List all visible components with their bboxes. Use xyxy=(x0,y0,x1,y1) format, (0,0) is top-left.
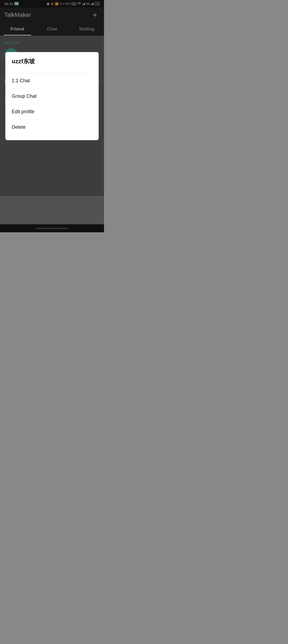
context-menu-dialog: uzzf东坡 1:1 Chat Group Chat Edit profile … xyxy=(5,52,99,140)
context-menu-item-1-1-chat[interactable]: 1:1 Chat xyxy=(12,73,92,88)
context-menu-item-edit-profile[interactable]: Edit profile xyxy=(12,104,92,119)
context-menu-item-delete[interactable]: Delete xyxy=(12,119,92,135)
context-menu-title: uzzf东坡 xyxy=(12,57,92,68)
context-menu-item-group-chat[interactable]: Group Chat xyxy=(12,88,92,104)
